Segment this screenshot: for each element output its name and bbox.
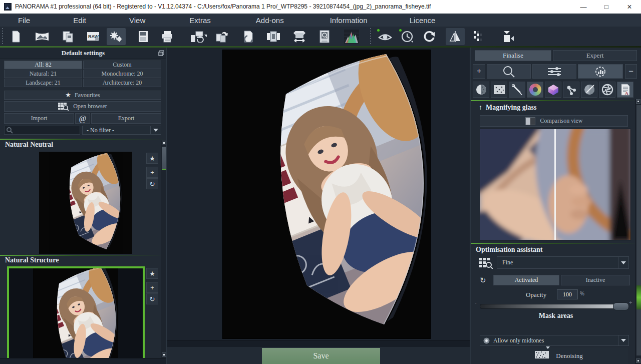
toolbar-grip[interactable] [1,28,4,45]
flip-horizontal-button[interactable] [446,28,465,45]
copy-settings-button[interactable] [59,28,78,45]
close-button[interactable]: × [618,0,641,14]
opacity-slider-track[interactable] [480,304,629,309]
export-image-button[interactable] [239,28,258,45]
crop-borders-button[interactable] [264,28,283,45]
new-document-button[interactable] [7,28,26,45]
dropdown-arrow-icon[interactable] [150,126,161,134]
preset-thumbnail-natural-structure-selected[interactable] [7,266,145,362]
scrollbar-thumb[interactable] [636,105,641,355]
report-document-tool-icon[interactable]: A [617,82,633,98]
scrollbar-top-button[interactable] [636,99,640,104]
add-preset-button[interactable]: + [473,64,485,79]
save-button[interactable]: Save [262,348,380,364]
search-input[interactable] [4,126,80,135]
show-original-button[interactable] [376,28,395,45]
retouch-pen-tool-icon[interactable] [509,82,525,98]
preset-name[interactable]: Natural Neutral [5,141,53,149]
preset-add-icon[interactable]: + [146,167,158,178]
preset-reset-icon[interactable]: ↻ [146,293,158,304]
color-wheel-tool-icon[interactable] [527,82,543,98]
remove-preset-button[interactable]: − [625,64,637,79]
export-button[interactable]: Export [91,113,161,124]
collapse-arrow-icon[interactable]: ↑ [479,104,482,112]
sharpen-stone-tool-icon[interactable] [581,82,597,98]
sliders-tool-button[interactable] [532,64,576,79]
comparison-preview[interactable] [480,129,631,240]
preset-favourite-star-icon[interactable]: ★ [146,153,158,164]
aperture-tool-icon[interactable] [599,82,615,98]
tab-finalise[interactable]: Finalise [475,50,551,61]
import-button[interactable]: Import [4,113,74,124]
menu-information[interactable]: Information [327,15,371,26]
image-width-button[interactable] [290,28,309,45]
quality-dropdown[interactable]: Fine [497,256,629,269]
category-monochrome[interactable]: Monochrome: 20 [83,70,161,78]
auto-optimise-button[interactable] [578,64,623,79]
minimize-button[interactable]: — [572,0,595,14]
category-architecture[interactable]: Architecture: 20 [83,79,161,87]
opacity-slider-handle[interactable] [613,302,629,310]
preset-thumbnail-natural-neutral[interactable] [39,152,132,254]
raw-button[interactable]: RAW [84,28,103,45]
dropdown-arrow-icon[interactable] [618,257,628,268]
image-canvas[interactable] [222,50,431,339]
maximize-button[interactable]: □ [595,0,618,14]
loupe-tool-button[interactable] [487,64,531,79]
redo-button[interactable] [420,28,439,45]
category-natural[interactable]: Natural: 21 [4,70,82,78]
grain-tool-icon[interactable] [491,82,507,98]
scrollbar-top-button[interactable] [162,141,166,145]
category-custom[interactable]: Custom [83,61,161,69]
preset-favourite-star-icon[interactable]: ★ [146,268,158,279]
tab-expert[interactable]: Expert [553,50,637,61]
open-image-button[interactable] [33,28,52,45]
favourites-button[interactable]: ★ Favourites [4,91,161,100]
print-button[interactable] [158,28,177,45]
color-cube-tool-icon[interactable] [545,82,561,98]
menu-file[interactable]: File [15,15,33,26]
scrollbar-bottom-button[interactable] [636,358,640,363]
magnifier-section-header[interactable]: ↑ Magnifying glass [479,104,537,112]
filter-dropdown[interactable]: - No filter - [82,126,161,135]
preset-reset-icon[interactable]: ↻ [146,178,158,189]
compare-split-button[interactable] [469,28,488,45]
menu-addons[interactable]: Add-ons [253,15,287,26]
open-browser-button[interactable]: Open browser [4,101,161,112]
menu-extras[interactable]: Extras [186,15,214,26]
batch-processing-button[interactable] [186,28,211,45]
settings-gears-button[interactable] [107,28,126,45]
preview-window-button[interactable] [315,28,334,45]
histogram-button[interactable] [342,28,361,45]
toolbar-separator [369,28,372,45]
zoom-smaller-fit-icon[interactable] [499,28,518,45]
activated-button[interactable]: Activated [493,275,559,285]
menu-view[interactable]: View [126,15,148,26]
dropdown-arrow-icon[interactable] [618,335,628,345]
tool-icon-row: A [473,82,633,98]
history-button[interactable] [398,28,417,45]
detach-panel-icon[interactable] [158,50,164,56]
preset-name[interactable]: Natural Structure [5,256,59,264]
opacity-input[interactable] [557,289,578,299]
assistant-reset-icon[interactable]: ↻ [480,276,486,285]
comparison-view-button[interactable]: Comparison view [480,115,628,127]
node-graph-tool-icon[interactable] [563,82,579,98]
inactive-button[interactable]: Inactive [561,275,630,285]
category-landscape[interactable]: Landscape: 21 [4,79,82,87]
rotate-images-button[interactable] [212,28,231,45]
scrollbar-bottom-button[interactable] [162,352,166,357]
scrollbar-thumb[interactable] [162,147,166,170]
panel-scrollbar[interactable] [635,99,641,364]
comparison-view-label: Comparison view [540,117,583,125]
menu-licence[interactable]: Licence [407,15,439,26]
email-button[interactable]: @ [75,113,90,124]
category-all[interactable]: All: 82 [4,61,82,69]
denoising-caret-icon[interactable] [546,346,550,349]
vignette-tool-icon[interactable] [473,82,489,98]
denoising-row[interactable]: Denoising [490,347,628,364]
menu-edit[interactable]: Edit [70,15,89,26]
save-button-toolbar[interactable] [134,28,153,45]
mask-dropdown[interactable]: Allow only midtones [480,335,629,346]
preset-add-icon[interactable]: + [146,282,158,293]
